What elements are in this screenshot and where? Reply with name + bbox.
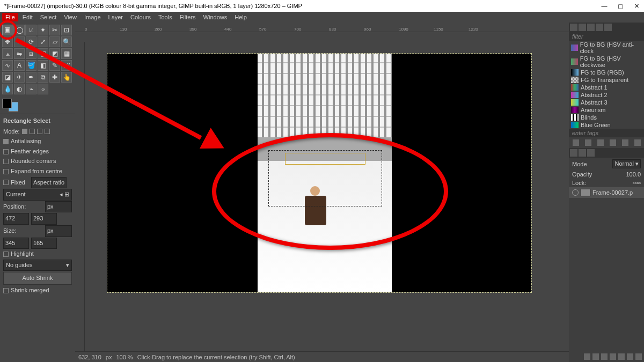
gradient-item[interactable]: FG to BG (RGB) [569, 69, 644, 76]
duplicate-icon[interactable] [597, 139, 604, 146]
menu-icon[interactable] [634, 139, 641, 146]
guides-dropdown[interactable]: No guides▾ [3, 260, 72, 271]
ellipse-select-tool[interactable]: ◯ [14, 25, 25, 35]
size-w-input[interactable]: 345 [3, 238, 29, 249]
raise-icon[interactable] [601, 353, 608, 360]
menu-view[interactable]: View [61, 13, 80, 21]
delete-layer-icon[interactable] [635, 353, 642, 360]
scale-tool[interactable]: ⤢ [38, 36, 48, 47]
current-dropdown[interactable]: Current◂ ⊞ [3, 189, 72, 201]
align-tool[interactable]: ≡ [14, 36, 25, 47]
eraser-tool[interactable]: ◪ [2, 72, 13, 83]
duplicate-layer-icon[interactable] [618, 353, 625, 360]
ink-tool[interactable]: ✒ [26, 72, 36, 83]
scissors-tool[interactable]: ✂ [49, 25, 60, 35]
gradient-item[interactable]: Blinds [569, 114, 644, 121]
bucket-fill-tool[interactable]: 🪣 [26, 60, 36, 71]
size-unit[interactable]: px [45, 225, 72, 237]
perspective-tool[interactable]: ⧇ [26, 48, 36, 59]
new-icon[interactable] [585, 139, 591, 146]
gradient-item[interactable]: FG to BG (HSV clockwise [569, 55, 644, 69]
menu-windows[interactable]: Windows [200, 13, 231, 21]
expand-check[interactable] [3, 169, 9, 174]
menu-filters[interactable]: Filters [177, 13, 199, 21]
gradient-item[interactable]: Aneurism [569, 106, 644, 114]
gradient-item[interactable]: FG to BG (HSV anti-clock [569, 41, 644, 55]
tab-icon[interactable] [596, 24, 603, 31]
blur-tool[interactable]: 💧 [2, 84, 13, 94]
crop-tool[interactable]: ⊡ [61, 25, 72, 35]
path-tool[interactable]: ⌁ [26, 84, 36, 94]
measure-tool[interactable]: ⟁ [2, 48, 13, 59]
rounded-check[interactable] [3, 159, 9, 164]
shrink-merged-check[interactable] [3, 288, 9, 293]
warp-tool[interactable]: ∿ [2, 60, 13, 71]
rotate-tool[interactable]: ⟳ [26, 36, 36, 47]
feather-check[interactable] [3, 149, 9, 154]
new-layer-icon[interactable] [584, 353, 590, 360]
tab-icon[interactable] [579, 24, 586, 31]
heal-tool[interactable]: ✚ [49, 72, 60, 83]
fuzzy-select-tool[interactable]: ✦ [38, 25, 48, 35]
lock-icons[interactable]: ▫▫▫▫ [632, 180, 641, 186]
menu-colours[interactable]: Colours [127, 13, 154, 21]
gradient-item[interactable]: FG to Transparent [569, 76, 644, 84]
menu-select[interactable]: Select [37, 13, 60, 21]
menu-file[interactable]: File [2, 13, 18, 21]
mode-replace[interactable] [22, 129, 27, 134]
flip-tool[interactable]: ⇋ [14, 48, 25, 59]
dodge-tool[interactable]: ◐ [14, 84, 25, 94]
layer-name[interactable]: Frame-00027.p [592, 189, 633, 196]
text-tool[interactable]: A [14, 60, 25, 71]
tab-icon[interactable] [587, 24, 595, 31]
status-zoom[interactable]: 100 % [116, 354, 133, 360]
zoom-tool[interactable]: 🔍 [61, 36, 72, 47]
blend-mode-select[interactable]: Normal ▾ [612, 159, 641, 168]
position-unit[interactable]: px [45, 201, 72, 213]
lower-icon[interactable] [610, 353, 616, 360]
position-x-input[interactable]: 472 [3, 213, 29, 225]
group-icon[interactable] [592, 353, 599, 360]
menu-help[interactable]: Help [231, 13, 250, 21]
merge-icon[interactable] [627, 353, 633, 360]
gradient-filter[interactable]: filter [569, 32, 644, 41]
channels-tab-icon[interactable] [579, 149, 586, 157]
gradient-tool[interactable]: ◧ [38, 60, 48, 71]
menu-tools[interactable]: Tools [155, 13, 175, 21]
layers-tab-icon[interactable] [570, 149, 577, 157]
fixed-check[interactable] [3, 180, 9, 185]
edit-icon[interactable] [573, 139, 579, 146]
minimize-button[interactable]: — [601, 3, 608, 10]
position-y-input[interactable]: 293 [31, 213, 57, 225]
paintbrush-tool[interactable]: 🖌 [61, 60, 72, 71]
maximize-button[interactable]: ▢ [617, 3, 624, 10]
image-canvas[interactable] [107, 54, 531, 292]
layer-row[interactable]: Frame-00027.p [569, 187, 644, 198]
color-swatch[interactable] [0, 97, 75, 114]
menu-edit[interactable]: Edit [19, 13, 36, 21]
tab-icon[interactable] [604, 24, 612, 31]
status-unit[interactable]: px [106, 354, 112, 360]
highlight-check[interactable] [3, 252, 9, 257]
close-button[interactable]: ✕ [633, 3, 640, 10]
menu-image[interactable]: Image [81, 13, 104, 21]
auto-shrink-button[interactable]: Auto Shrink [3, 272, 72, 285]
size-h-input[interactable]: 165 [31, 238, 57, 249]
visibility-icon[interactable] [572, 189, 579, 196]
paths-tab-icon[interactable] [587, 149, 595, 157]
selection-marquee[interactable] [268, 150, 382, 206]
handle-transform-tool[interactable]: ◩ [49, 48, 60, 59]
opacity-value[interactable]: 100.0 [626, 171, 641, 178]
airbrush-tool[interactable]: ✈ [14, 72, 25, 83]
mode-intersect[interactable] [45, 129, 50, 134]
mode-add[interactable] [30, 129, 35, 134]
refresh-icon[interactable] [622, 139, 628, 146]
clone-tool[interactable]: ⧉ [38, 72, 48, 83]
gradient-item[interactable]: Abstract 3 [569, 99, 644, 106]
smudge-tool[interactable]: 👆 [61, 72, 72, 83]
color-picker-tool[interactable]: ⟐ [38, 84, 48, 94]
gradient-item[interactable]: Blue Green [569, 121, 644, 129]
gradient-item[interactable]: Abstract 2 [569, 91, 644, 99]
shear-tool[interactable]: ▱ [49, 36, 60, 47]
mode-subtract[interactable] [37, 129, 42, 134]
